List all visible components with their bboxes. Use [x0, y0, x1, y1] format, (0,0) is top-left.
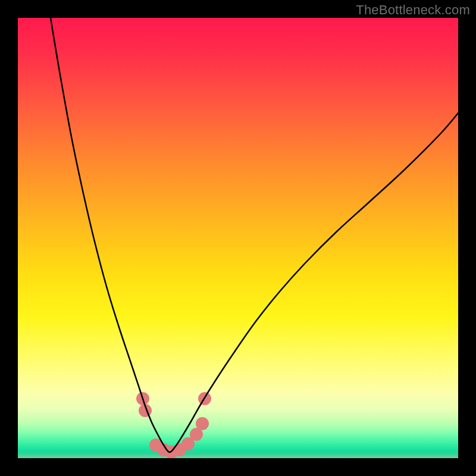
chart-frame: TheBottleneck.com [0, 0, 476, 476]
curve-layer [18, 18, 458, 458]
bottleneck-curve [51, 18, 458, 452]
highlight-dot [196, 417, 209, 430]
watermark-text: TheBottleneck.com [356, 2, 470, 18]
plot-area [18, 18, 458, 458]
